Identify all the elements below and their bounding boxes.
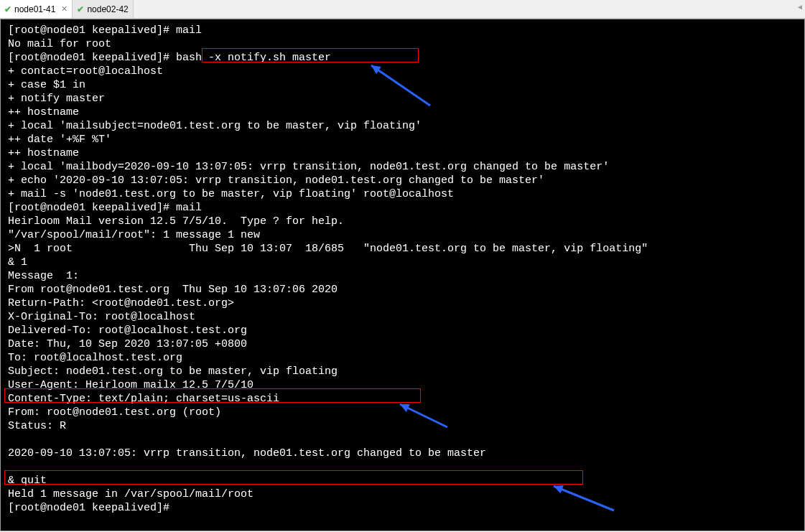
tab-node01-41[interactable]: ✔ node01-41 ✕ xyxy=(0,0,73,18)
check-icon: ✔ xyxy=(77,4,84,14)
tab-node02-42[interactable]: ✔ node02-42 xyxy=(73,0,133,18)
tab-label: node01-41 xyxy=(14,4,55,14)
terminal[interactable]: [root@node01 keepalived]# mail No mail f… xyxy=(0,19,805,531)
tab-scroll-left[interactable]: ◄ xyxy=(796,3,804,11)
close-icon[interactable]: ✕ xyxy=(61,4,68,14)
tab-bar: ✔ node01-41 ✕ ✔ node02-42 ◄ xyxy=(0,0,805,19)
terminal-output: [root@node01 keepalived]# mail No mail f… xyxy=(8,24,797,515)
check-icon: ✔ xyxy=(4,4,11,14)
tab-label: node02-42 xyxy=(87,4,128,14)
